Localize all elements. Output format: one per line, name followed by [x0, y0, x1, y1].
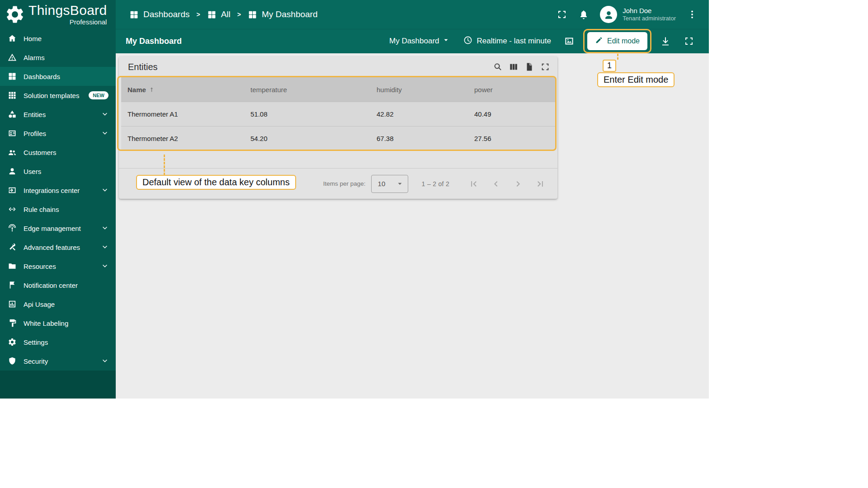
table-row[interactable]: Thermometer A254.2067.3827.56	[121, 126, 555, 150]
chevron-down-icon	[100, 356, 109, 366]
brand-subtitle: Professional	[70, 18, 107, 26]
value-cell: 27.56	[474, 135, 555, 142]
sidebar-item-label: Customers	[24, 149, 109, 156]
profiles-icon	[7, 129, 17, 138]
dashboard-grid-icon	[248, 10, 257, 19]
dashboard-grid-icon	[129, 10, 139, 19]
sidebar-item-alarms[interactable]: Alarms	[0, 48, 116, 67]
pager	[468, 178, 546, 189]
page-size-select[interactable]: 10	[371, 175, 408, 193]
dashboard-toolbar: My Dashboard My Dashboard Realtime - las…	[116, 29, 709, 53]
sidebar-item-advanced-features[interactable]: Advanced features	[0, 238, 116, 257]
timewindow-label: Realtime - last minute	[477, 37, 551, 46]
widget-header: Entities	[119, 56, 557, 77]
table-header-row: Nametemperaturehumiditypower	[121, 77, 555, 102]
sidebar-item-integrations-center[interactable]: Integrations center	[0, 181, 116, 200]
entity-name-cell: Thermometer A1	[121, 110, 250, 118]
widget-title: Entities	[128, 62, 158, 72]
chevron-down-icon	[100, 261, 109, 272]
annotation-table-label: Default view of the data key columns	[136, 175, 296, 190]
users-icon	[7, 167, 17, 176]
user-info[interactable]: John Doe Tenant administrator	[623, 7, 676, 23]
home-icon	[7, 34, 17, 43]
sidebar-item-home[interactable]: Home	[0, 29, 116, 48]
dashboard-image-button[interactable]	[564, 36, 575, 47]
sidebar-item-entities[interactable]: Entities	[0, 105, 116, 124]
sidebar-item-rule-chains[interactable]: Rule chains	[0, 200, 116, 219]
annotation-edit-connector	[617, 54, 618, 60]
widget-fullscreen-icon[interactable]	[540, 62, 550, 72]
top-header: Dashboards>All>My Dashboard John Doe Ten…	[116, 0, 709, 29]
dashboard-page-title: My Dashboard	[126, 37, 182, 46]
sidebar-item-label: Home	[24, 35, 109, 42]
annotation-step-number: 1	[603, 60, 616, 72]
dashboard-select[interactable]: My Dashboard	[389, 36, 450, 47]
column-header-power[interactable]: power	[474, 86, 555, 94]
sidebar-item-label: Solution templates	[24, 92, 82, 99]
app-window: ThingsBoard Professional HomeAlarmsDashb…	[0, 0, 709, 399]
sidebar-item-dashboards[interactable]: Dashboards	[0, 67, 116, 86]
pager-first-button[interactable]	[468, 178, 479, 189]
breadcrumb-item-dashboards[interactable]: Dashboards	[129, 9, 189, 19]
pager-prev-button[interactable]	[491, 178, 501, 189]
white-labeling-icon	[7, 319, 17, 328]
sidebar-item-label: Dashboards	[24, 73, 109, 80]
user-menu-kebab-icon[interactable]	[687, 9, 698, 20]
sidebar-item-label: Rule chains	[24, 206, 109, 213]
sidebar-item-profiles[interactable]: Profiles	[0, 124, 116, 143]
edit-mode-area: Edit mode 1 Enter Edit mode	[587, 32, 647, 50]
items-per-page-label: Items per page:	[323, 180, 366, 187]
toolbar-fullscreen-button[interactable]	[684, 36, 694, 47]
table-body: Thermometer A151.0842.8240.49Thermometer…	[121, 102, 555, 150]
notifications-button[interactable]	[578, 9, 589, 20]
sidebar-item-api-usage[interactable]: Api Usage	[0, 295, 116, 314]
rule-chains-icon	[7, 205, 17, 214]
export-icon[interactable]	[524, 62, 534, 72]
sidebar-item-label: Integrations center	[24, 187, 94, 194]
main-area: Dashboards>All>My Dashboard John Doe Ten…	[116, 0, 709, 399]
breadcrumb-separator: >	[237, 11, 241, 18]
notification-icon	[7, 281, 17, 290]
pager-last-button[interactable]	[535, 178, 546, 189]
chevron-down-icon	[100, 109, 109, 120]
sidebar-item-label: Api Usage	[24, 300, 109, 308]
sidebar-item-edge-management[interactable]: Edge management	[0, 219, 116, 238]
pager-next-button[interactable]	[513, 178, 524, 189]
value-cell: 51.08	[250, 110, 377, 118]
table-row[interactable]: Thermometer A151.0842.8240.49	[121, 102, 555, 126]
avatar[interactable]	[600, 6, 617, 23]
edit-mode-button[interactable]: Edit mode	[587, 32, 647, 50]
column-header-humidity[interactable]: humidity	[377, 86, 474, 94]
download-button[interactable]	[660, 36, 671, 47]
search-icon[interactable]	[493, 62, 503, 72]
thingsboard-gear-logo-icon	[5, 4, 25, 25]
column-header-name[interactable]: Name	[121, 86, 250, 94]
alarm-icon	[7, 53, 17, 62]
dashboards-icon	[7, 72, 17, 81]
column-header-temperature[interactable]: temperature	[250, 86, 377, 94]
breadcrumb-item-all[interactable]: All	[207, 9, 231, 19]
customers-icon	[7, 148, 17, 157]
sidebar-item-label: Edge management	[24, 225, 94, 232]
sidebar-item-settings[interactable]: Settings	[0, 333, 116, 352]
sidebar-item-label: Alarms	[24, 54, 109, 61]
advanced-icon	[7, 243, 17, 252]
sidebar-item-label: Security	[24, 357, 94, 365]
timewindow-button[interactable]: Realtime - last minute	[463, 35, 551, 47]
fullscreen-button[interactable]	[557, 9, 567, 20]
sidebar-item-resources[interactable]: Resources	[0, 257, 116, 276]
brand-logo[interactable]: ThingsBoard Professional	[0, 0, 116, 29]
sidebar-item-solution-templates[interactable]: Solution templatesNEW	[0, 86, 116, 105]
annotation-edit-label: Enter Edit mode	[597, 72, 675, 87]
sidebar-item-label: White Labeling	[24, 319, 109, 327]
sidebar-item-security[interactable]: Security	[0, 352, 116, 371]
annotation-table-connector	[164, 155, 165, 175]
breadcrumb-label: My Dashboard	[262, 9, 318, 19]
sidebar-item-white-labeling[interactable]: White Labeling	[0, 314, 116, 333]
columns-icon[interactable]	[509, 62, 519, 72]
user-name: John Doe	[623, 7, 676, 15]
breadcrumb-item-my-dashboard[interactable]: My Dashboard	[248, 9, 318, 19]
sidebar-item-customers[interactable]: Customers	[0, 143, 116, 162]
sidebar-item-notification-center[interactable]: Notification center	[0, 276, 116, 295]
sidebar-item-users[interactable]: Users	[0, 162, 116, 181]
